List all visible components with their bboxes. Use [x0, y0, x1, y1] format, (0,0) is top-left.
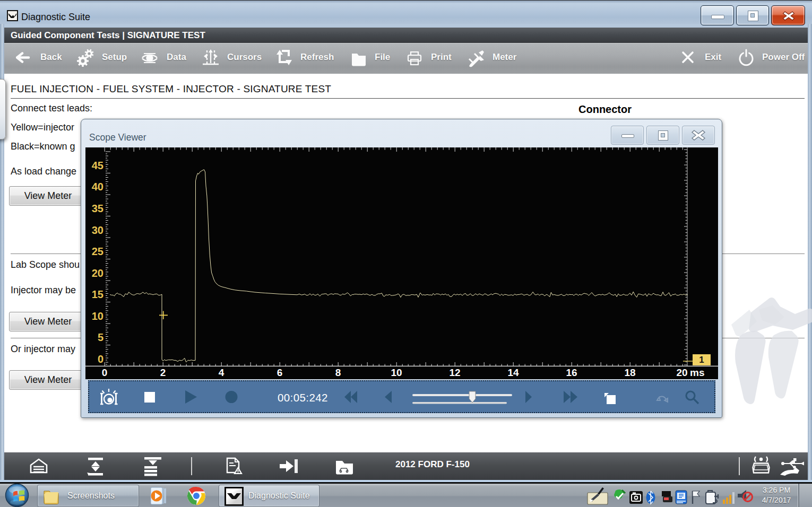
svg-text:25: 25: [92, 246, 103, 257]
svg-text:15: 15: [92, 289, 103, 300]
svg-text:40: 40: [92, 181, 103, 193]
svg-text:20: 20: [92, 267, 103, 279]
svg-text:30: 30: [92, 224, 103, 236]
svg-text:35: 35: [92, 203, 103, 214]
svg-text:0: 0: [98, 353, 103, 365]
svg-text:45: 45: [92, 160, 103, 171]
svg-text:10: 10: [92, 310, 103, 322]
svg-text:5: 5: [98, 331, 103, 343]
